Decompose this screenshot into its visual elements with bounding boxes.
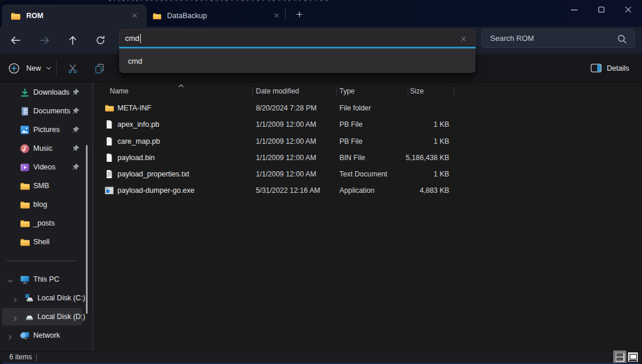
up-button[interactable] [64, 32, 81, 49]
scissors-icon [67, 63, 79, 75]
sidebar-item-blog[interactable]: blog [2, 196, 82, 213]
circle-plus-icon [8, 62, 20, 75]
sidebar-item-smb[interactable]: SMB [2, 177, 82, 195]
column-header-name[interactable]: Name [110, 84, 129, 99]
tree-item-label: Local Disk (C:) [37, 294, 85, 302]
file-name: payload-dumper-go.exe [117, 182, 195, 199]
close-button[interactable] [615, 0, 641, 19]
app-icon [105, 186, 114, 195]
file-row[interactable]: care_map.pb1/1/2009 12:00 AMPB File1 KB [93, 133, 642, 150]
file-size: 5,186,438 KB [355, 150, 449, 166]
back-button[interactable] [7, 32, 25, 49]
file-row[interactable]: payload.bin1/1/2009 12:00 AMBIN File5,18… [93, 150, 642, 166]
this-pc-icon [20, 275, 30, 285]
sidebar-item-label: SMB [33, 182, 49, 190]
address-bar-value: cmd [125, 30, 140, 47]
details-button-label: Details [607, 64, 629, 72]
sidebar-item-documents[interactable]: Documents [2, 102, 82, 120]
suggestion-item[interactable]: cmd [119, 48, 476, 73]
pin-icon [72, 126, 80, 134]
file-type: File folder [339, 100, 371, 116]
sidebar-item-music[interactable]: Music [2, 140, 82, 157]
pictures-icon [20, 125, 30, 135]
downloads-icon [20, 88, 30, 98]
column-header-size[interactable]: Size [410, 84, 424, 99]
column-separator[interactable] [252, 86, 253, 97]
clear-address-button[interactable] [456, 32, 470, 45]
tree-item-local-disk-c-[interactable]: Local Disk (C:) [2, 289, 82, 307]
column-headers: Name Date modified Type Size [93, 84, 642, 99]
tab-separator [285, 8, 286, 19]
sidebar-item-label: Music [33, 144, 53, 152]
file-explorer-window: ROM DataBackup [0, 0, 642, 364]
column-header-date-modified[interactable]: Date modified [256, 84, 299, 99]
column-header-type[interactable]: Type [339, 84, 355, 99]
tree-item-this-pc[interactable]: This PC [2, 271, 82, 288]
file-row[interactable]: payload_properties.txt1/1/2009 12:00 AMT… [93, 166, 642, 182]
file-size: 1 KB [355, 116, 449, 133]
forward-button[interactable] [36, 32, 53, 49]
sidebar-item-_posts[interactable]: _posts [2, 214, 82, 232]
tab-close-button[interactable] [128, 9, 141, 22]
address-bar-input[interactable]: cmd [119, 29, 476, 47]
file-row[interactable]: payload-dumper-go.exe5/31/2022 12:16 AMA… [93, 182, 642, 199]
maximize-button[interactable] [588, 0, 615, 19]
file-row[interactable]: META-INF8/20/2024 7:28 PMFile folder [93, 100, 642, 116]
list-view-icon [616, 353, 624, 362]
tab-close-button[interactable] [270, 9, 283, 22]
column-separator[interactable] [408, 86, 408, 97]
minimize-button[interactable] [561, 0, 588, 19]
pin-icon [72, 163, 80, 171]
file-rows: META-INF8/20/2024 7:28 PMFile folderapex… [93, 100, 642, 199]
folder-icon [20, 219, 30, 228]
tree-item-local-disk-d-[interactable]: Local Disk (D:) [2, 308, 82, 325]
file-list-area: Name Date modified Type Size META-INF8/2… [93, 82, 642, 351]
refresh-button[interactable] [92, 32, 109, 49]
sidebar-item-downloads[interactable]: Downloads [2, 84, 82, 101]
file-name: care_map.pb [117, 133, 160, 150]
tab-databackup[interactable]: DataBackup [147, 5, 281, 27]
details-pane-button[interactable]: Details [591, 59, 629, 77]
search-icon[interactable] [617, 34, 627, 44]
file-date-modified: 8/20/2024 7:28 PM [256, 100, 317, 116]
copy-icon [93, 63, 106, 75]
column-separator[interactable] [454, 86, 454, 97]
column-separator[interactable] [336, 86, 337, 97]
sidebar-item-label: Shell [33, 238, 50, 246]
cut-button[interactable] [65, 61, 80, 76]
chevron-right-icon [7, 334, 13, 341]
status-bar: 6 items [0, 351, 642, 363]
sidebar-item-label: Downloads [33, 88, 70, 96]
videos-icon [20, 162, 30, 172]
new-tab-button[interactable] [292, 7, 306, 21]
sidebar-item-pictures[interactable]: Pictures [2, 121, 82, 138]
close-icon [131, 12, 138, 19]
thumbnail-view-button[interactable] [628, 352, 638, 362]
arrow-right-icon [39, 34, 50, 46]
tab-label: ROM [26, 12, 43, 20]
tab-label: DataBackup [167, 12, 207, 20]
chevron-right-icon [12, 316, 19, 322]
details-pane-icon [591, 63, 602, 73]
toolbar-separator [56, 60, 57, 77]
tab-rom[interactable]: ROM [2, 5, 147, 27]
sidebar-scrollbar[interactable] [86, 145, 88, 314]
new-button-label: New [26, 64, 41, 72]
new-button[interactable]: New [8, 59, 52, 77]
file-name: payload.bin [117, 150, 155, 166]
details-view-button[interactable] [613, 351, 626, 363]
file-row[interactable]: apex_info.pb1/1/2009 12:00 AMPB File1 KB [93, 116, 642, 133]
folder-icon [20, 200, 30, 210]
drive-c-icon [25, 293, 34, 303]
thumbnail-view-icon [630, 354, 637, 359]
search-box[interactable]: Search ROM [481, 29, 635, 48]
minimize-icon [571, 6, 578, 13]
sidebar-item-videos[interactable]: Videos [2, 158, 82, 176]
sidebar-item-label: Documents [33, 107, 70, 115]
copy-button[interactable] [92, 61, 107, 76]
music-icon [20, 144, 30, 154]
sidebar-item-shell[interactable]: Shell [2, 233, 82, 251]
file-name: META-INF [117, 100, 151, 116]
tree-item-network[interactable]: Network [2, 327, 82, 344]
chevron-down-icon [46, 65, 52, 71]
